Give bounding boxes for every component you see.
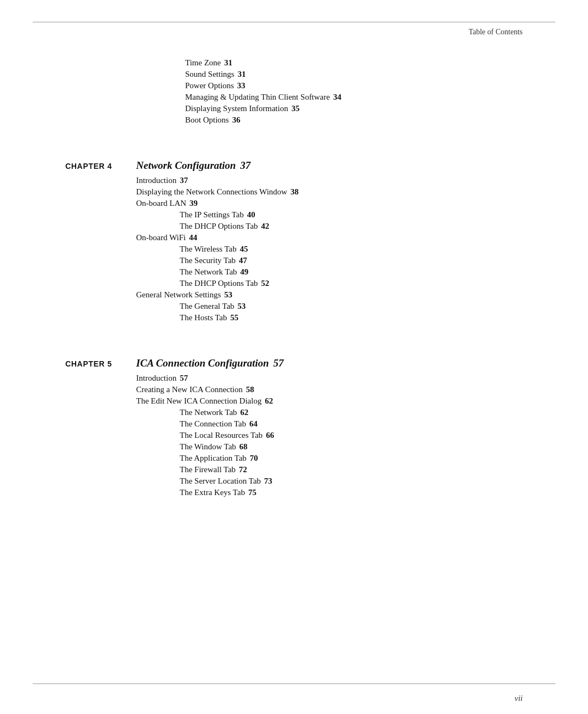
entry-num: 57 (180, 374, 188, 383)
chapter5-label: Chapter 5 (65, 359, 131, 368)
entry-num: 49 (240, 267, 248, 277)
entry-text: Time Zone (185, 58, 221, 68)
chapter4-entries: Introduction 37 Displaying the Network C… (65, 176, 523, 322)
list-item: General Network Settings 53 (136, 290, 523, 300)
entry-text: The Application Tab (180, 454, 247, 463)
list-item: The Connection Tab 64 (136, 419, 523, 429)
entry-text: Displaying System Information (185, 104, 288, 113)
entry-text: Creating a New ICA Connection (136, 385, 243, 394)
entry-text: The Network Tab (180, 408, 237, 417)
entry-text: Displaying the Network Connections Windo… (136, 187, 287, 197)
entry-text: The DHCP Options Tab (180, 279, 258, 288)
page-header: Table of Contents (0, 22, 588, 47)
entry-num: 64 (249, 419, 258, 429)
page: Table of Contents Time Zone 31 Sound Set… (0, 0, 588, 714)
entry-text: On-board LAN (136, 199, 186, 208)
list-item: The Firewall Tab 72 (136, 465, 523, 474)
entry-text: The Server Location Tab (180, 477, 261, 486)
entry-text: The DHCP Options Tab (180, 222, 258, 231)
entry-text: On-board WiFi (136, 233, 186, 242)
entry-text: The Firewall Tab (180, 465, 236, 474)
entry-num: 72 (239, 465, 247, 474)
chapter5-num: 57 (273, 357, 284, 369)
entry-num: 33 (237, 81, 246, 90)
list-item: On-board WiFi 44 (136, 233, 523, 242)
entry-num: 75 (248, 488, 256, 497)
list-item: The DHCP Options Tab 52 (136, 279, 523, 288)
entry-text: The General Tab (180, 302, 234, 311)
entry-num: 55 (230, 313, 238, 322)
list-item: Introduction 57 (136, 374, 523, 383)
entry-text: The Hosts Tab (180, 313, 227, 322)
entry-num: 31 (237, 70, 246, 79)
list-item: The Window Tab 68 (136, 442, 523, 451)
chapter5-title: ICA Connection Configuration (136, 357, 269, 369)
entry-text: The Connection Tab (180, 419, 246, 429)
list-item: The Server Location Tab 73 (136, 477, 523, 486)
entry-num: 53 (237, 302, 246, 311)
list-item: The Wireless Tab 45 (136, 245, 523, 254)
chapter4-num: 37 (240, 160, 250, 172)
list-item: The DHCP Options Tab 42 (136, 222, 523, 231)
toc-content: Time Zone 31 Sound Settings 31 Power Opt… (0, 47, 588, 543)
entry-num: 36 (232, 115, 240, 125)
list-item: The Network Tab 49 (136, 267, 523, 277)
list-item: The Extra Keys Tab 75 (136, 488, 523, 497)
entry-text: Introduction (136, 374, 176, 383)
entry-text: The Security Tab (180, 256, 236, 265)
entry-num: 44 (189, 233, 197, 242)
entry-text: Managing & Updating Thin Client Software (185, 93, 330, 102)
entry-num: 45 (240, 245, 248, 254)
list-item: The Hosts Tab 55 (136, 313, 523, 322)
entry-num: 34 (333, 93, 341, 102)
entry-num: 58 (246, 385, 254, 394)
entry-num: 42 (261, 222, 270, 231)
list-item: Managing & Updating Thin Client Software… (185, 93, 523, 102)
entry-text: Sound Settings (185, 70, 234, 79)
list-item: The Network Tab 62 (136, 408, 523, 417)
entry-num: 68 (240, 442, 248, 451)
entry-num: 66 (266, 431, 274, 440)
entry-num: 31 (224, 58, 232, 68)
list-item: The General Tab 53 (136, 302, 523, 311)
chapter4-heading: Chapter 4 Network Configuration 37 (65, 160, 523, 172)
list-item: The IP Settings Tab 40 (136, 210, 523, 219)
entry-text: Boot Options (185, 115, 229, 125)
list-item: Boot Options 36 (185, 115, 523, 125)
list-item: Power Options 33 (185, 81, 523, 90)
entry-text: The Local Resources Tab (180, 431, 262, 440)
entry-num: 52 (261, 279, 270, 288)
list-item: Displaying System Information 35 (185, 104, 523, 113)
entry-num: 53 (224, 290, 232, 300)
entry-num: 70 (250, 454, 258, 463)
entry-text: The Window Tab (180, 442, 236, 451)
list-item: The Application Tab 70 (136, 454, 523, 463)
entry-num: 47 (239, 256, 247, 265)
header-title: Table of Contents (469, 28, 523, 36)
list-item: Creating a New ICA Connection 58 (136, 385, 523, 394)
page-footer: vii (514, 694, 523, 703)
entry-text: The Network Tab (180, 267, 237, 277)
entry-num: 40 (247, 210, 255, 219)
entry-text: Introduction (136, 176, 176, 185)
entry-text: The Wireless Tab (180, 245, 236, 254)
list-item: Sound Settings 31 (185, 70, 523, 79)
entry-text: General Network Settings (136, 290, 221, 300)
chapter5-heading: Chapter 5 ICA Connection Configuration 5… (65, 357, 523, 369)
entry-text: The IP Settings Tab (180, 210, 244, 219)
page-number: vii (514, 694, 523, 703)
entry-num: 62 (265, 396, 273, 406)
entry-text: The Extra Keys Tab (180, 488, 245, 497)
entry-text: Power Options (185, 81, 234, 90)
entry-num: 38 (290, 187, 298, 197)
list-item: On-board LAN 39 (136, 199, 523, 208)
list-item: Introduction 37 (136, 176, 523, 185)
list-item: The Local Resources Tab 66 (136, 431, 523, 440)
entry-num: 35 (291, 104, 299, 113)
entry-num: 39 (189, 199, 198, 208)
entry-num: 73 (264, 477, 272, 486)
entry-text: The Edit New ICA Connection Dialog (136, 396, 261, 406)
top-entries: Time Zone 31 Sound Settings 31 Power Opt… (65, 58, 523, 125)
list-item: Displaying the Network Connections Windo… (136, 187, 523, 197)
chapter4-label: Chapter 4 (65, 162, 131, 170)
